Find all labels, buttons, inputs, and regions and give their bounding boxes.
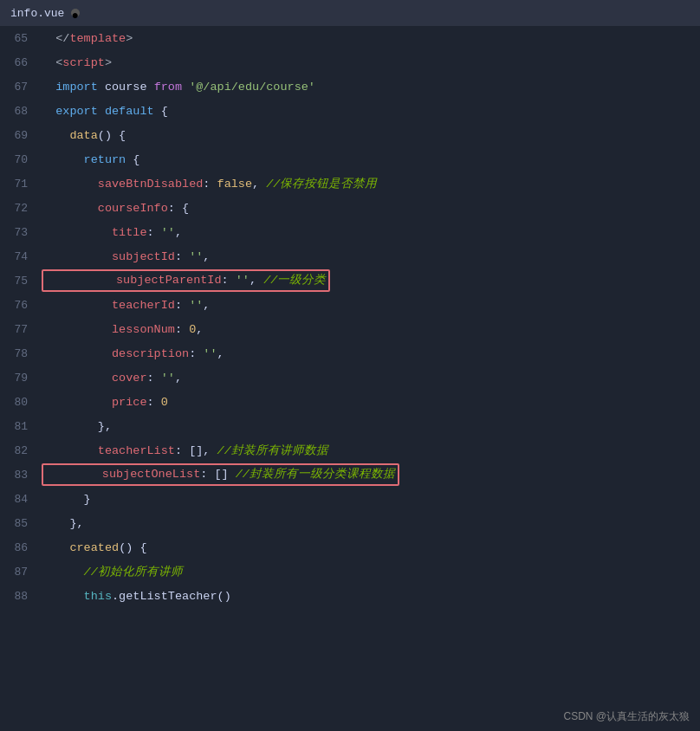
line-number: 74	[0, 250, 42, 263]
line-content: },	[42, 517, 700, 530]
line-content: <script>	[42, 56, 700, 69]
code-line-74: 74 subjectId: '',	[0, 244, 700, 268]
line-number: 88	[0, 590, 42, 603]
highlight-box: subjectOneList: [] //封装所有一级分类课程数据	[42, 463, 399, 486]
line-number: 68	[0, 105, 42, 118]
line-content: description: '',	[42, 347, 700, 360]
line-number: 76	[0, 299, 42, 312]
line-content: title: '',	[42, 226, 700, 239]
code-line-71: 71 saveBtnDisabled: false, //保存按钮是否禁用	[0, 171, 700, 196]
code-line-72: 72 courseInfo: {	[0, 196, 700, 220]
line-content: teacherId: '',	[42, 299, 700, 312]
line-number: 77	[0, 323, 42, 336]
code-line-85: 85 },	[0, 511, 700, 535]
line-content: export default {	[42, 105, 700, 118]
filename-label: info.vue	[10, 7, 64, 20]
code-line-82: 82 teacherList: [], //封装所有讲师数据	[0, 438, 700, 463]
code-line-73: 73 title: '',	[0, 220, 700, 244]
code-line-65: 65 </template>	[0, 26, 700, 50]
line-content: price: 0	[42, 396, 700, 409]
line-content: data() {	[42, 129, 700, 142]
line-content: subjectParentId: '', //一级分类	[42, 269, 700, 292]
code-line-77: 77 lessonNum: 0,	[0, 317, 700, 341]
code-line-68: 68 export default {	[0, 99, 700, 123]
line-number: 70	[0, 153, 42, 166]
line-content: },	[42, 420, 700, 433]
line-number: 82	[0, 444, 42, 457]
line-content: return {	[42, 153, 700, 166]
line-number: 73	[0, 226, 42, 239]
code-line-78: 78 description: '',	[0, 341, 700, 366]
line-number: 80	[0, 396, 42, 409]
code-line-86: 86 created() {	[0, 535, 700, 560]
line-content: saveBtnDisabled: false, //保存按钮是否禁用	[42, 176, 700, 191]
title-bar: info.vue ●	[0, 0, 700, 26]
line-content: cover: '',	[42, 372, 700, 385]
line-number: 69	[0, 129, 42, 142]
line-number: 81	[0, 420, 42, 433]
line-number: 87	[0, 566, 42, 579]
line-number: 86	[0, 541, 42, 554]
line-content: courseInfo: {	[42, 202, 700, 215]
line-content: this.getListTeacher()	[42, 590, 700, 603]
code-line-66: 66 <script>	[0, 50, 700, 74]
line-number: 84	[0, 493, 42, 506]
code-line-80: 80 price: 0	[0, 390, 700, 414]
code-line-81: 81 },	[0, 414, 700, 438]
code-line-67: 67 import course from '@/api/edu/course'	[0, 74, 700, 99]
modified-dot: ●	[71, 9, 80, 17]
code-line-69: 69 data() {	[0, 123, 700, 147]
code-line-88: 88 this.getListTeacher()	[0, 584, 700, 608]
code-line-79: 79 cover: '',	[0, 366, 700, 390]
line-content: //初始化所有讲师	[42, 564, 700, 579]
line-number: 78	[0, 347, 42, 360]
line-content: teacherList: [], //封装所有讲师数据	[42, 443, 700, 458]
line-number: 85	[0, 517, 42, 530]
code-line-76: 76 teacherId: '',	[0, 293, 700, 317]
code-line-70: 70 return {	[0, 147, 700, 171]
watermark: CSDN @认真生活的灰太狼	[563, 709, 690, 724]
line-number: 65	[0, 32, 42, 45]
line-number: 75	[0, 275, 42, 288]
line-content: }	[42, 493, 700, 506]
code-line-75: 75 subjectParentId: '', //一级分类	[0, 268, 700, 293]
code-editor: 65 </template>66 <script>67 import cours…	[0, 26, 700, 608]
line-content: created() {	[42, 541, 700, 554]
line-content: </template>	[42, 32, 700, 45]
code-line-87: 87 //初始化所有讲师	[0, 560, 700, 584]
code-line-84: 84 }	[0, 487, 700, 511]
code-line-83: 83 subjectOneList: [] //封装所有一级分类课程数据	[0, 463, 700, 487]
line-number: 71	[0, 178, 42, 191]
line-content: lessonNum: 0,	[42, 323, 700, 336]
line-number: 67	[0, 81, 42, 94]
line-number: 83	[0, 469, 42, 482]
line-content: import course from '@/api/edu/course'	[42, 81, 700, 94]
line-number: 79	[0, 372, 42, 385]
line-content: subjectOneList: [] //封装所有一级分类课程数据	[42, 463, 700, 486]
line-number: 66	[0, 56, 42, 69]
line-number: 72	[0, 202, 42, 215]
highlight-box: subjectParentId: '', //一级分类	[42, 269, 330, 292]
line-content: subjectId: '',	[42, 250, 700, 263]
